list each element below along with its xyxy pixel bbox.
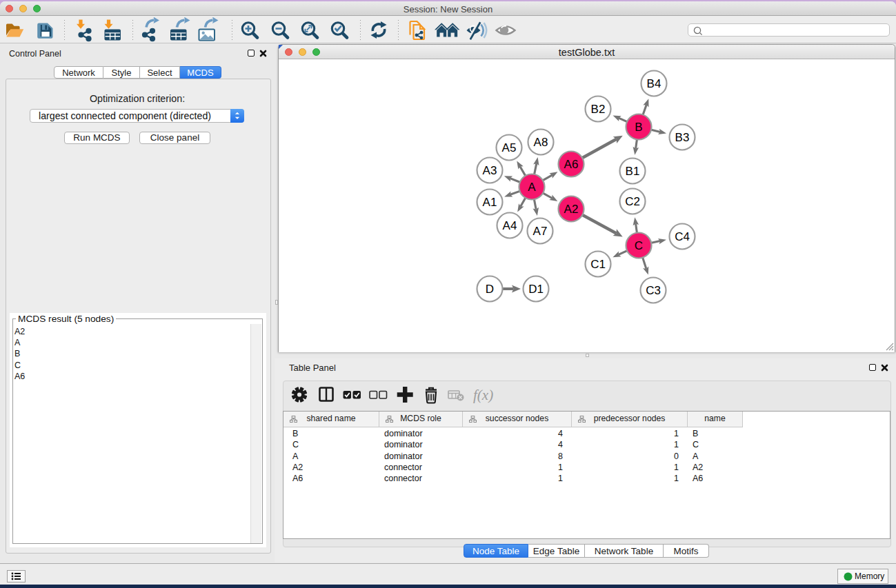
svg-text:B2: B2 (591, 103, 606, 116)
svg-text:C1: C1 (590, 258, 606, 271)
svg-text:A2: A2 (564, 203, 579, 216)
svg-text:C3: C3 (646, 284, 661, 297)
svg-text:C: C (635, 239, 643, 252)
svg-text:A5: A5 (502, 141, 517, 154)
svg-text:A4: A4 (503, 219, 517, 232)
svg-text:C4: C4 (675, 230, 690, 243)
svg-text:A7: A7 (533, 225, 548, 238)
svg-text:A3: A3 (483, 164, 497, 177)
svg-text:A6: A6 (564, 158, 579, 171)
svg-text:B4: B4 (647, 77, 661, 90)
svg-text:f(x): f(x) (473, 387, 493, 403)
svg-text:B: B (635, 121, 642, 134)
svg-text:B3: B3 (675, 131, 690, 144)
svg-text:D: D (486, 283, 494, 296)
svg-text:C2: C2 (625, 195, 640, 208)
svg-text:A8: A8 (534, 136, 548, 149)
svg-text:B1: B1 (626, 165, 640, 178)
svg-text:A1: A1 (483, 196, 497, 209)
svg-text:A: A (528, 181, 536, 194)
svg-text:D1: D1 (528, 283, 544, 296)
